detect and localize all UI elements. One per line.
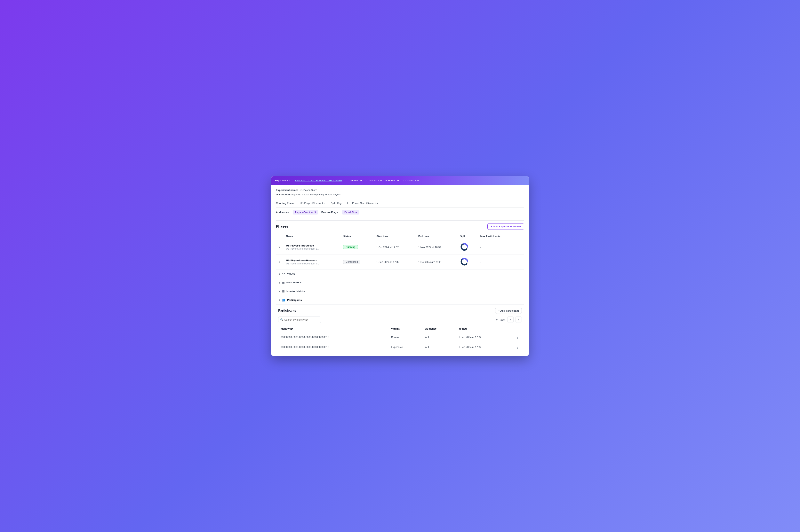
updated-value: 4 minutes ago [403,179,419,182]
participants-section-label: Participants [287,299,302,302]
monitor-metrics-chevron-icon: ∨ [278,290,280,293]
reset-icon: ↻ [496,318,498,321]
col-joined: Joined [456,325,514,332]
phases-table-header-row: Name Status Start time End time Split Ma… [276,233,524,240]
participant-variant: Control [389,332,423,342]
add-participant-button[interactable]: + Add participant [495,308,522,314]
participant-row-actions[interactable]: ⋮ [514,332,522,342]
experiment-name-value: US-Player-Store [299,189,317,191]
phases-table: Name Status Start time End time Split Ma… [276,233,524,269]
values-code-icon: <> [282,272,285,275]
experiment-id-link[interactable]: 8feec45e-1613-4734-9e93-c158cbdf9030 [295,179,342,182]
running-phase-row: Running Phase: US-Player-Store-Active Sp… [276,202,524,205]
participant-identity-id: 00000000-0000-0000-0000-000000000013 [278,342,389,352]
search-icon: 🔍 [280,318,283,321]
col-variant: Variant [389,325,423,332]
phase-row-toggle[interactable]: ∨ [276,240,284,254]
search-input-wrap: 🔍 [278,317,321,323]
prev-icon: ‹ [510,318,511,321]
experiment-id-label: Experiment ID: [275,179,292,182]
table-row: 00000000-0000-0000-0000-000000000013 Exp… [278,342,522,352]
participants-title: Participants [278,309,296,312]
phase-row-end-time: 1 Nov 2024 at 16:32 [416,240,458,254]
audiences-row: Audiences: Players-Country-US Feature Fl… [276,210,524,217]
monitor-metrics-bar-icon: ▦ [282,290,284,293]
values-section-row[interactable]: ∨ <> Values [276,269,524,278]
phase-row-start-time: 1 Oct 2024 at 17:32 [374,240,416,254]
participant-joined: 1 Sep 2024 at 17:32 [456,342,514,352]
phase-row-max-participants: - [478,240,516,254]
created-value: 4 minutes ago [366,179,382,182]
col-start-time: Start time [374,233,416,240]
table-row: 00000000-0000-0000-0000-000000000012 Con… [278,332,522,342]
col-row-actions [514,325,522,332]
phase-divider [276,207,524,208]
phase-row-actions[interactable]: ⋮ [516,254,524,269]
header-menu-button[interactable]: ⋮ [521,178,525,183]
search-right-controls: ↻ Reset ‹ › [496,317,522,323]
participant-audience: ALL [423,332,456,342]
goal-metrics-bar-icon: ▦ [282,281,284,284]
participant-variant: Expensive [389,342,423,352]
description-value: Adjusted Virtual Store pricing for US pl… [291,193,341,196]
monitor-metrics-section-row[interactable]: ∨ ▦ Monitor Metrics [276,287,524,296]
content-area: Experiment name: US-Player-Store Descrip… [271,185,529,356]
values-label: Values [287,272,295,275]
new-experiment-phase-button[interactable]: + New Experiment Phase [487,223,524,230]
phase-row-status: Completed [341,254,374,269]
phase-row-toggle[interactable]: ∧ [276,254,284,269]
header-bar: Experiment ID: 8feec45e-1613-4734-9e93-c… [271,176,529,185]
updated-label: Updated on: [385,179,400,182]
monitor-metrics-label: Monitor Metrics [286,290,305,293]
main-window: Experiment ID: 8feec45e-1613-4734-9e93-c… [271,176,529,356]
phase-row-status: Running [341,240,374,254]
table-row: ∨ US-Player-Store-Active US Player Store… [276,240,524,254]
phase-row-max-participants: - [478,254,516,269]
col-identity-id: Identity ID [278,325,389,332]
phase-row-name: US-Player-Store-Previous US Player Store… [284,254,341,269]
reset-label: Reset [499,318,505,321]
audience-tag[interactable]: Players-Country-US [293,210,318,214]
participants-table-header-row: Identity ID Variant Audience Joined [278,325,522,332]
created-label: Created on: [349,179,363,182]
reset-button[interactable]: ↻ Reset [496,318,505,321]
goal-metrics-label: Goal Metrics [286,281,302,284]
phase-row-actions[interactable]: ⋮ [516,240,524,254]
participants-section-row[interactable]: ∧ 👥 Participants [276,296,524,305]
participants-table: Identity ID Variant Audience Joined 0000… [278,325,522,352]
phase-row-split [458,254,478,269]
goal-metrics-section-row[interactable]: ∨ ▦ Goal Metrics [276,278,524,287]
phases-title: Phases [276,225,288,229]
feature-flag-tag[interactable]: Virtual-Store [342,210,359,214]
phase-row-start-time: 1 Sep 2024 at 17:32 [374,254,416,269]
participants-content-header: Participants + Add participant [278,308,522,314]
col-split: Split [458,233,478,240]
description-label: Description: [276,193,291,196]
participants-people-icon: 👥 [282,299,285,302]
split-donut-chart [460,243,469,251]
goal-metrics-chevron-icon: ∨ [278,281,280,284]
values-chevron-icon: ∨ [278,272,280,276]
participant-row-actions[interactable]: ⋮ [514,342,522,352]
phase-row-name: US-Player-Store-Active US Player Store e… [284,240,341,254]
col-end-time: End time [416,233,458,240]
phase-row-split [458,240,478,254]
participant-audience: ALL [423,342,456,352]
experiment-description-row: Description: Adjusted Virtual Store pric… [276,193,524,196]
col-name: Name [284,233,341,240]
split-key-value: Id + Phase Start (Dynamic) [347,202,377,205]
participants-section: Participants + Add participant 🔍 ↻ Reset… [276,305,524,352]
col-status: Status [341,233,374,240]
next-page-button[interactable]: › [516,317,522,323]
col-max-participants: Max Participants [478,233,516,240]
prev-page-button[interactable]: ‹ [507,317,514,323]
table-row: ∧ US-Player-Store-Previous US Player Sto… [276,254,524,269]
experiment-name-label: Experiment name: [276,189,298,191]
participant-joined: 1 Sep 2024 at 17:32 [456,332,514,342]
col-audience: Audience [423,325,456,332]
search-input[interactable] [278,317,321,323]
next-icon: › [518,318,519,321]
running-phase-value: US-Player-Store-Active [300,202,326,205]
phases-header: Phases + New Experiment Phase [276,223,524,230]
split-donut-chart [460,258,469,266]
